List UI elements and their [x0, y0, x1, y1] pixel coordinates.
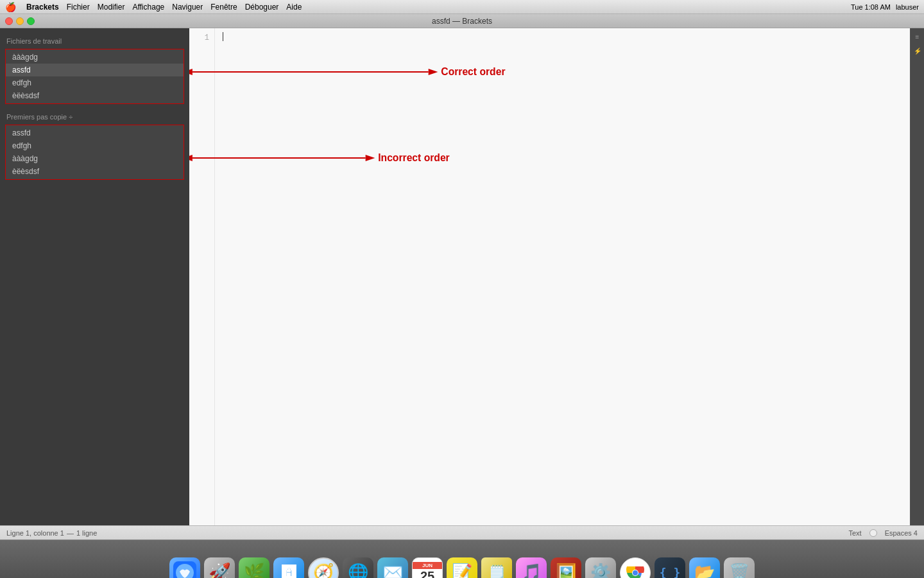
close-button[interactable] — [5, 17, 13, 25]
project-label: Premiers pas copie ÷ — [0, 109, 189, 123]
dock-item-photos[interactable]: 🌿 — [238, 556, 270, 579]
project-file-aaagdg[interactable]: àààgdg — [6, 152, 184, 165]
file-item-aaagdg[interactable]: àààgdg — [6, 51, 184, 64]
right-sidebar: ≡ ⚡ — [910, 28, 924, 525]
statusbar: Ligne 1, colonne 1 — 1 ligne Text Espace… — [0, 525, 924, 539]
project-files-group: assfd edfgh àààgdg èëèsdsf — [5, 125, 184, 180]
line-number-1: 1 — [189, 32, 209, 44]
file-item-eee[interactable]: èëèsdsf — [6, 89, 184, 102]
app-body: Fichiers de travail àààgdg assfd edfgh è… — [0, 28, 924, 525]
minimize-button[interactable] — [16, 17, 24, 25]
right-icon-1[interactable]: ≡ — [912, 31, 923, 42]
menubar-fichier[interactable]: Fichier — [67, 3, 90, 12]
status-lines: 1 ligne — [76, 529, 97, 537]
dock-item-notes[interactable]: 📝 — [446, 556, 478, 579]
titlebar: assfd — Brackets — [0, 14, 924, 28]
dock-item-itunes[interactable]: 🎵 — [515, 556, 547, 579]
dock-item-launchpad[interactable]: 🚀 — [203, 556, 235, 579]
dock-item-chrome[interactable] — [619, 556, 651, 579]
status-position: Ligne 1, colonne 1 — [6, 529, 64, 537]
status-circle[interactable] — [869, 529, 877, 537]
project-file-eee[interactable]: èëèsdsf — [6, 165, 184, 178]
dock-icon-appstore: 🅰 — [273, 557, 304, 579]
dock-icon-notes: 📝 — [447, 557, 477, 579]
dock-item-finder[interactable] — [169, 556, 201, 579]
traffic-lights — [5, 17, 35, 25]
dock-icon-calendar: JUN 25 — [412, 557, 443, 579]
menubar-affichage[interactable]: Affichage — [132, 3, 164, 12]
dock-item-safari[interactable]: 🧭 — [307, 556, 339, 579]
sidebar: Fichiers de travail àààgdg assfd edfgh è… — [0, 28, 189, 525]
dock-icon-finder — [169, 557, 200, 579]
dock-item-trash[interactable]: 🗑️ — [723, 556, 755, 579]
dock-icon-itunes: 🎵 — [516, 557, 547, 579]
dock-icon-folder: 📂 — [689, 557, 720, 579]
project-file-edfgh[interactable]: edfgh — [6, 139, 184, 152]
dock-icon-chrome — [620, 557, 651, 579]
dock-icon-prefs: ⚙️ — [585, 557, 616, 579]
maximize-button[interactable] — [27, 17, 35, 25]
dock-icon-mail: ✉️ — [377, 557, 408, 579]
dock-icon-brackets: { } — [654, 557, 685, 579]
statusbar-right: Text Espaces 4 — [848, 529, 918, 537]
menubar-time: Tue 1:08 AM — [851, 3, 891, 11]
menubar-naviguer[interactable]: Naviguer — [172, 3, 203, 12]
dock-item-prefs[interactable]: ⚙️ — [585, 556, 617, 579]
menubar-aide[interactable]: Aide — [286, 3, 302, 12]
apple-menu[interactable]: 🍎 — [5, 2, 16, 12]
dock-item-calendar[interactable]: JUN 25 — [411, 556, 443, 579]
dock-icon-iphoto: 🖼️ — [551, 557, 581, 579]
dock-container: 🚀 🌿 🅰 🧭 🌐 — [0, 539, 924, 578]
svg-point-13 — [633, 570, 638, 575]
menubar-user: labuser — [896, 3, 919, 11]
file-item-edfgh[interactable]: edfgh — [6, 76, 184, 89]
dock-item-folder[interactable]: 📂 — [689, 556, 721, 579]
editor-area[interactable]: 1 Correct order Incorrect or — [189, 28, 910, 525]
menubar-modifier[interactable]: Modifier — [98, 3, 125, 12]
window-title: assfd — Brackets — [432, 17, 492, 26]
dock-item-network[interactable]: 🌐 — [342, 556, 374, 579]
dock-item-appstore[interactable]: 🅰 — [273, 556, 305, 579]
menubar-app-name[interactable]: Brackets — [26, 3, 59, 12]
menubar-debogueur[interactable]: Déboguer — [245, 3, 279, 12]
status-separator: — — [67, 529, 74, 537]
editor-text-area[interactable] — [215, 28, 910, 525]
status-spaces[interactable]: Espaces 4 — [885, 529, 918, 537]
menubar-fenetre[interactable]: Fenêtre — [210, 3, 237, 12]
file-item-assfd[interactable]: assfd — [6, 64, 184, 76]
dock-item-iphoto[interactable]: 🖼️ — [550, 556, 582, 579]
status-text-label[interactable]: Text — [848, 529, 861, 537]
dock: 🚀 🌿 🅰 🧭 🌐 — [169, 543, 755, 579]
dock-icon-photos: 🌿 — [239, 557, 270, 579]
working-files-label: Fichiers de travail — [0, 33, 189, 48]
menubar-right: Tue 1:08 AM labuser — [851, 3, 919, 11]
right-icon-2[interactable]: ⚡ — [912, 45, 923, 57]
dock-icon-launchpad: 🚀 — [204, 557, 235, 579]
menubar-left: 🍎 Brackets Fichier Modifier Affichage Na… — [5, 2, 302, 12]
dock-icon-safari: 🧭 — [308, 557, 339, 579]
working-files-group: àààgdg assfd edfgh èëèsdsf — [5, 49, 184, 104]
project-file-assfd[interactable]: assfd — [6, 127, 184, 139]
dock-item-stickies[interactable]: 🗒️ — [481, 556, 513, 579]
editor-content: 1 Correct order Incorrect or — [189, 28, 910, 525]
dock-icon-network: 🌐 — [343, 557, 373, 579]
text-cursor — [223, 32, 223, 41]
cursor-line — [223, 32, 902, 41]
menubar: 🍎 Brackets Fichier Modifier Affichage Na… — [0, 0, 924, 14]
dock-item-mail[interactable]: ✉️ — [377, 556, 409, 579]
dock-icon-trash: 🗑️ — [724, 557, 755, 579]
line-numbers: 1 — [189, 28, 215, 525]
dock-item-brackets[interactable]: { } — [654, 556, 686, 579]
dock-icon-stickies: 🗒️ — [481, 557, 512, 579]
